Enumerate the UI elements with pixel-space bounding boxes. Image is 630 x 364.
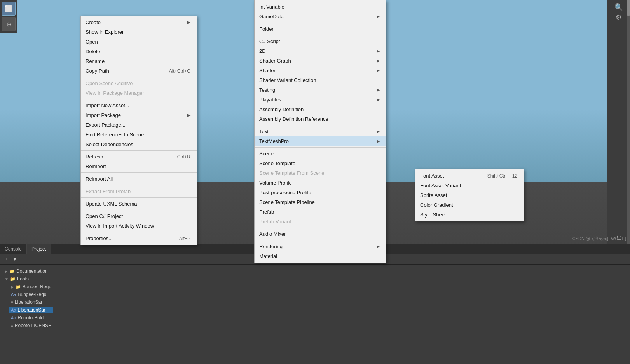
submenu-arrow-shader-graph: ▶ <box>377 58 380 63</box>
menu-item-select-dependencies[interactable]: Select Dependencies <box>81 139 197 149</box>
menu-item-prefab[interactable]: Prefab <box>255 207 386 217</box>
menu-item-font-asset[interactable]: Font Asset Shift+Ctrl+F12 <box>415 171 524 181</box>
menu-item-view-import-activity[interactable]: View in Import Activity Window <box>81 221 197 231</box>
submenu-arrow-gamedata: ▶ <box>377 14 380 19</box>
menu-item-import-package[interactable]: Import Package ▶ <box>81 110 197 120</box>
context-menu-create: Int Variable GameData ▶ Folder C# Script… <box>254 0 386 263</box>
separator-8 <box>81 232 197 232</box>
menu-item-gamedata[interactable]: GameData ▶ <box>255 12 386 21</box>
menu-item-assembly-definition-reference[interactable]: Assembly Definition Reference <box>255 114 386 124</box>
tree-item-bungee-regu[interactable]: Aa Bungee-Regu <box>9 291 53 298</box>
menu-item-extract-from-prefab[interactable]: Extract From Prefab <box>81 186 197 196</box>
scrollbar-thumb[interactable] <box>627 0 630 16</box>
menu-item-prefab-variant[interactable]: Prefab Variant <box>255 217 386 226</box>
panel-arrow-button[interactable]: ▼ <box>11 255 19 263</box>
tree-item-roboto-license[interactable]: ≡ Roboto-LICENSE <box>9 322 53 329</box>
menu-item-scene-template-pipeline[interactable]: Scene Template Pipeline <box>255 197 386 207</box>
menu-item-post-processing-profile[interactable]: Post-processing Profile <box>255 188 386 197</box>
menu-item-scene[interactable]: Scene <box>255 149 386 158</box>
right-panel: 🔍 ⚙ 11 <box>607 0 630 244</box>
folder-icon-fonts: 📁 <box>10 277 16 282</box>
menu-item-open-csharp[interactable]: Open C# Project <box>81 211 197 221</box>
tree-item-liberation-font[interactable]: Aa LiberationSar <box>9 307 53 313</box>
toolbar-rotate-icon[interactable]: ⊕ <box>2 17 16 31</box>
tab-console[interactable]: Console <box>0 244 27 254</box>
menu-item-show-explorer[interactable]: Show in Explorer <box>81 27 197 37</box>
menu-item-scene-template-from-scene[interactable]: Scene Template From Scene <box>255 168 386 178</box>
arrow-bungee-folder: ▶ <box>11 285 14 289</box>
tree-item-documentation[interactable]: ▶ 📁 Documentation <box>3 268 53 275</box>
submenu-arrow-text: ▶ <box>377 129 380 134</box>
menu-item-view-package-manager[interactable]: View in Package Manager <box>81 88 197 98</box>
menu-item-folder[interactable]: Folder <box>255 24 386 34</box>
menu-item-2d[interactable]: 2D ▶ <box>255 46 386 56</box>
menu-item-properties[interactable]: Properties... Alt+P <box>81 233 197 243</box>
scrollbar-track[interactable] <box>627 0 630 244</box>
menu-item-volume-profile[interactable]: Volume Profile <box>255 178 386 188</box>
menu-item-scene-template[interactable]: Scene Template <box>255 158 386 168</box>
separator-c3 <box>255 125 386 125</box>
menu-item-assembly-definition[interactable]: Assembly Definition <box>255 104 386 114</box>
shortcut-copy-path: Alt+Ctrl+C <box>169 68 190 74</box>
folder-icon-bungee-folder: 📁 <box>16 284 21 289</box>
toolbar-move-icon[interactable]: ⬜ <box>2 2 16 16</box>
menu-item-color-gradient[interactable]: Color Gradient <box>415 200 524 210</box>
menu-item-open-scene-additive[interactable]: Open Scene Additive <box>81 78 197 88</box>
menu-item-text[interactable]: Text ▶ <box>255 127 386 136</box>
menu-item-playables[interactable]: Playables ▶ <box>255 95 386 104</box>
menu-item-font-asset-variant[interactable]: Font Asset Variant <box>415 181 524 190</box>
arrow-fonts: ▼ <box>5 277 9 281</box>
menu-item-textmeshpro[interactable]: TextMeshPro ▶ <box>255 136 386 146</box>
menu-item-style-sheet[interactable]: Style Sheet <box>415 210 524 219</box>
menu-item-copy-path[interactable]: Copy Path Alt+Ctrl+C <box>81 66 197 76</box>
submenu-arrow-textmeshpro: ▶ <box>377 139 380 144</box>
menu-item-shader-graph[interactable]: Shader Graph ▶ <box>255 56 386 66</box>
menu-item-audio-mixer[interactable]: Audio Mixer <box>255 229 386 239</box>
menu-item-find-references[interactable]: Find References In Scene <box>81 130 197 139</box>
arrow-documentation: ▶ <box>5 269 8 273</box>
menu-item-export-package[interactable]: Export Package... <box>81 120 197 130</box>
csdn-watermark: CSDN @飞浪纪元[FWC-FE] <box>572 236 626 242</box>
menu-item-int-variable[interactable]: Int Variable <box>255 2 386 12</box>
menu-item-testing[interactable]: Testing ▶ <box>255 85 386 95</box>
menu-item-shader-variant-collection[interactable]: Shader Variant Collection <box>255 75 386 85</box>
tree-item-liberation-file[interactable]: ≡ LiberationSar <box>9 299 53 306</box>
menu-item-reimport-all[interactable]: Reimport All <box>81 174 197 184</box>
toolbar-icons: ⬜ ⊕ <box>0 0 17 33</box>
menu-item-refresh[interactable]: Refresh Ctrl+R <box>81 152 197 162</box>
right-panel-settings-icon[interactable]: ⚙ <box>616 13 622 22</box>
menu-item-delete[interactable]: Delete <box>81 47 197 56</box>
menu-item-create[interactable]: Create ▶ <box>81 17 197 27</box>
submenu-arrow-rendering: ▶ <box>377 244 380 249</box>
submenu-arrow-playables: ▶ <box>377 97 380 102</box>
menu-item-open[interactable]: Open <box>81 37 197 47</box>
tab-project[interactable]: Project <box>27 244 51 254</box>
menu-item-sprite-asset[interactable]: Sprite Asset <box>415 190 524 200</box>
font-icon-liberation: Aa <box>11 308 16 312</box>
context-menu-textmeshpro: Font Asset Shift+Ctrl+F12 Font Asset Var… <box>415 169 524 221</box>
menu-item-shader[interactable]: Shader ▶ <box>255 66 386 75</box>
submenu-arrow-2d: ▶ <box>377 49 380 54</box>
shortcut-properties: Alt+P <box>179 236 190 241</box>
tree-item-bungee-folder[interactable]: ▶ 📁 Bungee-Regu <box>9 283 53 290</box>
menu-item-reimport[interactable]: Reimport <box>81 162 197 171</box>
submenu-arrow-shader: ▶ <box>377 68 380 73</box>
submenu-arrow-import-package: ▶ <box>187 113 190 118</box>
menu-item-rendering[interactable]: Rendering ▶ <box>255 242 386 251</box>
separator-c6 <box>255 240 386 240</box>
panel-content: ▶ 📁 Documentation ▼ 📁 Fonts ▶ 📁 Bungee-R… <box>0 265 630 364</box>
shortcut-font-asset: Shift+Ctrl+F12 <box>487 173 517 179</box>
menu-item-csharp-script[interactable]: C# Script <box>255 37 386 46</box>
tree-item-fonts[interactable]: ▼ 📁 Fonts <box>3 275 53 282</box>
separator-c5 <box>255 228 386 228</box>
menu-item-rename[interactable]: Rename <box>81 56 197 66</box>
panel-add-button[interactable]: + <box>3 255 9 263</box>
tree-item-roboto-bold[interactable]: Aa Roboto-Bold <box>9 314 53 321</box>
menu-item-import-new-asset[interactable]: Import New Asset... <box>81 101 197 110</box>
right-panel-search-icon[interactable]: 🔍 <box>614 3 623 12</box>
menu-item-material[interactable]: Material <box>255 251 386 261</box>
separator-5 <box>81 185 197 185</box>
font-icon-bungee: Aa <box>11 292 16 297</box>
menu-item-update-uxml[interactable]: Update UXML Schema <box>81 199 197 209</box>
context-menu-main: Create ▶ Show in Explorer Open Delete Re… <box>80 16 197 245</box>
